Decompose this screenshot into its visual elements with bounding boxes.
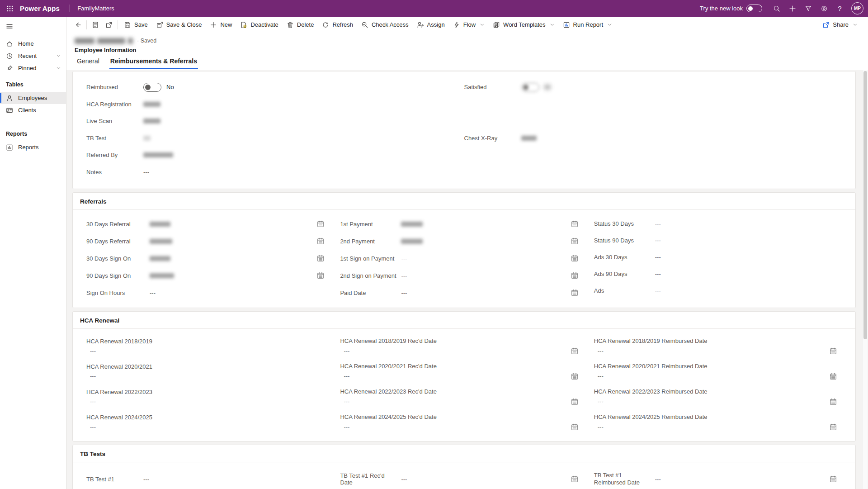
redacted-value[interactable] [143, 152, 173, 157]
field-value[interactable]: --- [90, 398, 96, 405]
date-picker-button[interactable] [571, 475, 579, 483]
field-value[interactable]: --- [344, 347, 349, 354]
date-picker-button[interactable] [571, 372, 579, 380]
form-switcher-button[interactable] [89, 19, 102, 31]
delete-button[interactable]: Delete [283, 19, 318, 31]
date-picker-button[interactable] [829, 475, 837, 483]
field-value[interactable]: --- [90, 373, 96, 380]
field-value[interactable]: --- [598, 373, 604, 380]
redacted-value[interactable] [150, 273, 174, 278]
new-look-toggle[interactable]: Try the new look [700, 5, 762, 12]
assign-button[interactable]: Assign [413, 19, 449, 31]
calendar-icon [571, 475, 578, 483]
date-picker-button[interactable] [571, 289, 579, 297]
date-picker-button[interactable] [571, 423, 579, 431]
field-value[interactable]: --- [143, 476, 149, 483]
date-picker-button[interactable] [571, 254, 579, 262]
tab-general[interactable]: General [76, 57, 100, 69]
redacted-value[interactable] [143, 136, 151, 141]
field-value[interactable]: --- [655, 287, 661, 294]
refresh-button[interactable]: Refresh [318, 19, 357, 31]
field-value[interactable]: --- [401, 255, 407, 262]
new-button[interactable]: New [206, 19, 236, 31]
share-button[interactable]: Share [818, 19, 862, 31]
redacted-value[interactable] [401, 222, 423, 227]
filter-button[interactable] [800, 0, 816, 17]
field-value[interactable]: --- [150, 290, 156, 296]
sitemap-collapse-button[interactable] [0, 19, 18, 33]
deactivate-button[interactable]: Deactivate [236, 19, 282, 31]
redacted-value[interactable] [143, 119, 160, 123]
field-value[interactable]: --- [344, 373, 349, 380]
redacted-value[interactable] [150, 256, 170, 261]
product-name[interactable]: Power Apps [20, 5, 60, 12]
date-picker-button[interactable] [571, 347, 579, 355]
date-picker-button[interactable] [316, 237, 325, 245]
sidebar-item-recent[interactable]: Recent [0, 50, 66, 62]
field-value[interactable]: --- [344, 423, 349, 430]
date-picker-button[interactable] [829, 347, 837, 355]
sidebar-item-clients[interactable]: Clients [0, 104, 66, 116]
vertical-scrollbar[interactable] [862, 70, 868, 489]
run-report-button[interactable]: Run Report [559, 19, 616, 31]
redacted-value[interactable] [150, 239, 172, 244]
environment-name[interactable]: FamilyMatters [77, 5, 114, 12]
field-value[interactable]: --- [655, 220, 661, 227]
date-picker-button[interactable] [316, 254, 325, 262]
date-picker-button[interactable] [571, 398, 579, 406]
app-launcher-button[interactable] [0, 0, 20, 17]
field-value[interactable]: --- [598, 423, 604, 430]
add-button[interactable] [784, 0, 800, 17]
bar-chart-icon [6, 144, 13, 151]
new-look-switch[interactable] [746, 5, 762, 12]
word-templates-button[interactable]: Word Templates [489, 19, 558, 31]
avatar[interactable]: MP [851, 2, 863, 14]
check-access-button[interactable]: Check Access [357, 19, 413, 31]
redacted-toggle[interactable] [521, 83, 551, 92]
sidebar-item-employees[interactable]: Employees [0, 92, 66, 104]
form-caption[interactable]: Employee Information [75, 47, 868, 53]
redacted-value[interactable] [521, 136, 537, 141]
date-picker-button[interactable] [571, 271, 579, 280]
reimbursed-toggle[interactable] [143, 83, 161, 92]
field-value[interactable]: --- [655, 271, 661, 277]
date-picker-button[interactable] [316, 220, 325, 228]
popout-button[interactable] [102, 19, 116, 31]
summary-left-column: Reimbursed No HCA Registration Live Scan [86, 79, 464, 180]
save-button[interactable]: Save [120, 19, 152, 31]
flow-button[interactable]: Flow [449, 19, 489, 31]
field-value[interactable]: --- [598, 347, 604, 354]
back-button[interactable] [71, 19, 85, 31]
redacted-value[interactable] [150, 222, 170, 227]
search-button[interactable] [769, 0, 784, 17]
date-picker-button[interactable] [316, 271, 325, 280]
sidebar-item-reports[interactable]: Reports [0, 141, 66, 153]
sidebar-item-pinned[interactable]: Pinned [0, 62, 66, 74]
field-value[interactable]: --- [344, 398, 349, 405]
tab-reimbursements-referrals[interactable]: Reimbursements & Referrals [109, 57, 198, 69]
redacted-value[interactable] [143, 102, 160, 107]
help-button[interactable]: ? [832, 0, 848, 17]
save-and-close-button[interactable]: Save & Close [152, 19, 206, 31]
scrollbar-thumb[interactable] [863, 71, 867, 339]
field-value[interactable]: --- [143, 169, 149, 176]
field-value[interactable]: --- [655, 237, 661, 244]
date-picker-button[interactable] [571, 237, 579, 245]
field-value[interactable]: --- [401, 290, 407, 296]
form-scroll-area[interactable]: Reimbursed No HCA Registration Live Scan [66, 70, 868, 489]
field-value[interactable]: --- [401, 272, 407, 279]
redacted-value[interactable] [401, 239, 423, 244]
field-value[interactable]: --- [90, 347, 96, 354]
settings-button[interactable] [816, 0, 832, 17]
field-value[interactable]: --- [598, 398, 604, 405]
date-picker-button[interactable] [829, 423, 837, 431]
field-value[interactable]: --- [90, 423, 96, 430]
date-picker-button[interactable] [571, 220, 579, 228]
field-value[interactable]: --- [655, 254, 661, 261]
avatar-initials: MP [854, 6, 861, 11]
field-value[interactable]: --- [655, 476, 661, 483]
field-value[interactable]: --- [401, 476, 407, 483]
date-picker-button[interactable] [829, 398, 837, 406]
date-picker-button[interactable] [829, 372, 837, 380]
sidebar-item-home[interactable]: Home [0, 38, 66, 50]
